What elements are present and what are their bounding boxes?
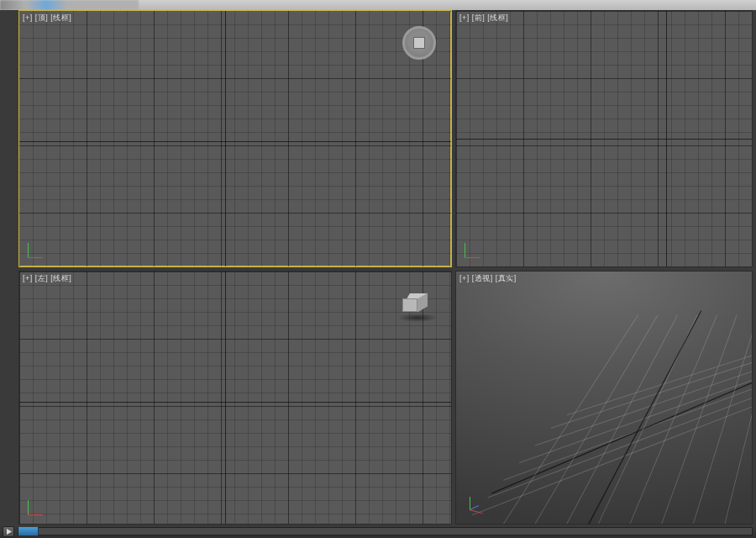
viewport-grid-lines: [19, 272, 451, 524]
axis-vertical: [666, 11, 667, 266]
axis-vertical: [225, 11, 226, 266]
viewport-front[interactable]: [+] [前] [线框]: [455, 10, 753, 267]
svg-line-10: [567, 315, 678, 524]
viewport-top[interactable]: [+] [顶] [线框]: [18, 10, 452, 267]
play-icon: [6, 529, 12, 535]
svg-line-7: [491, 376, 752, 493]
perspective-grid: [456, 272, 752, 524]
viewport-perspective[interactable]: [+] [透视] [真实]: [455, 271, 753, 525]
scene-object-cube[interactable]: [402, 298, 433, 319]
axis-horizontal: [19, 141, 451, 142]
axis-gizmo: [24, 238, 48, 261]
timeline-frame-marker[interactable]: [18, 527, 39, 535]
svg-line-1: [488, 393, 752, 498]
svg-marker-17: [7, 529, 12, 535]
timeline-play-button[interactable]: [3, 526, 14, 537]
viewport-left[interactable]: [+] [左] [线框]: [18, 271, 452, 525]
viewcube-button[interactable]: [402, 26, 436, 60]
svg-line-8: [503, 315, 638, 524]
viewport-grid-lines: [19, 11, 451, 266]
viewport-label[interactable]: [+] [顶] [线框]: [23, 13, 71, 24]
timeline-track[interactable]: [18, 527, 753, 535]
svg-line-6: [567, 351, 752, 415]
axis-vertical: [225, 272, 226, 524]
svg-line-15: [725, 332, 752, 524]
viewport-label[interactable]: [+] [左] [线框]: [23, 273, 71, 284]
svg-line-16: [586, 311, 701, 524]
svg-line-9: [535, 315, 658, 524]
svg-line-5: [551, 358, 752, 428]
axis-horizontal: [19, 402, 451, 403]
viewport-label[interactable]: [+] [前] [线框]: [459, 13, 508, 24]
axis-gizmo: [461, 238, 485, 261]
titlebar-blurred-region: [0, 0, 139, 10]
app-root: [+] [顶] [线框] [+] [前] [线框] [+] [左] [线框]: [0, 0, 756, 538]
cube-icon: [413, 37, 425, 49]
axis-gizmo: [24, 495, 48, 519]
viewport-label[interactable]: [+] [透视] [真实]: [459, 273, 517, 284]
svg-line-3: [519, 376, 752, 462]
titlebar: [0, 0, 756, 10]
viewport-grid: [+] [顶] [线框] [+] [前] [线框] [+] [左] [线框]: [0, 10, 756, 525]
axis-horizontal: [456, 139, 752, 140]
axis-gizmo-3d: [465, 490, 490, 515]
timeline-bar: [0, 525, 756, 538]
